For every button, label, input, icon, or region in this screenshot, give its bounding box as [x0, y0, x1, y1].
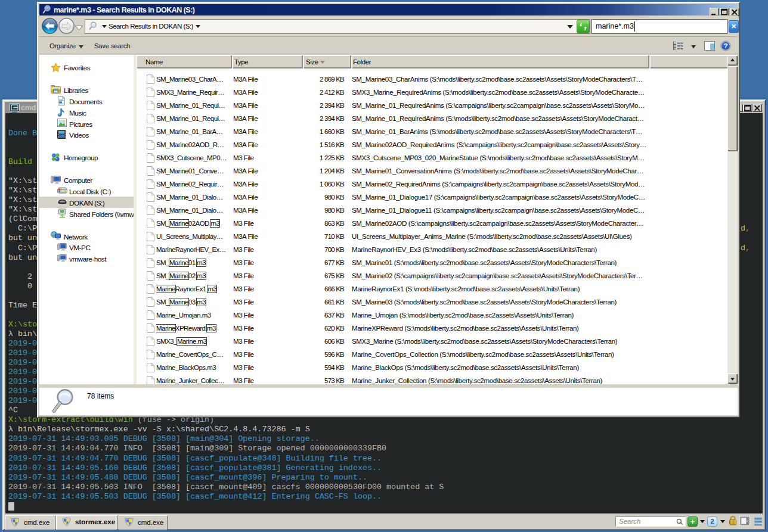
svg-text:?: ? [724, 42, 727, 49]
